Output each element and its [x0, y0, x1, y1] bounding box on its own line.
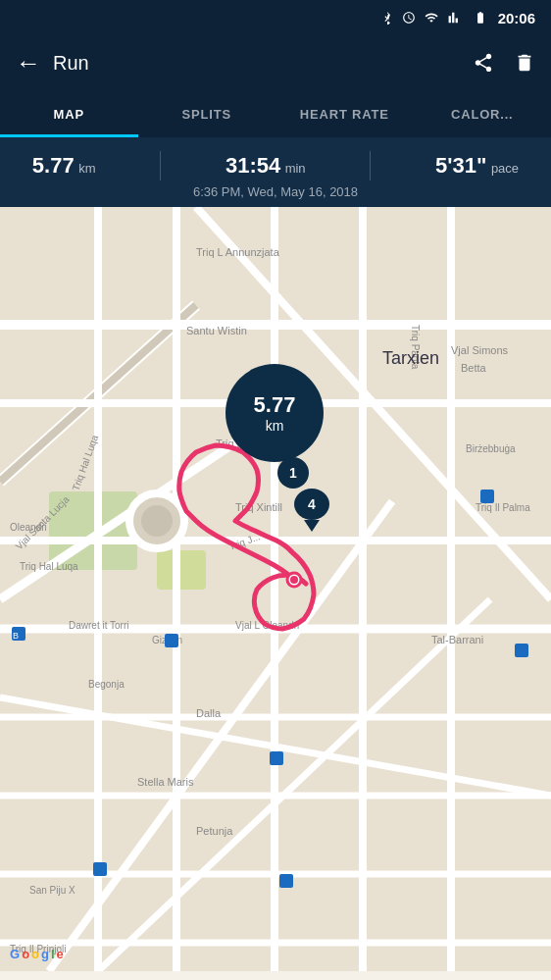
- status-time: 20:06: [498, 10, 535, 26]
- stat-pace: 5'31" pace: [435, 153, 519, 179]
- waypoint-1: 1: [277, 457, 309, 489]
- waypoint-pin-tail-4: [304, 520, 320, 532]
- waypoint-4: 4: [294, 489, 329, 532]
- distance-bubble-value: 5.77: [254, 392, 296, 418]
- waypoint-pin-circle-4: 4: [294, 489, 329, 520]
- page-title: Run: [53, 52, 473, 75]
- distance-bubble-unit: km: [266, 418, 284, 434]
- stat-date: 6:36 PM, Wed, May 16, 2018: [0, 184, 551, 199]
- battery-icon: [471, 11, 490, 25]
- stat-divider-1: [160, 151, 161, 181]
- stats-bar: 5.77 km 31:54 min 5'31" pace 6:36 PM, We…: [0, 137, 551, 207]
- signal-icon: [447, 11, 463, 25]
- tab-splits[interactable]: SPLITS: [138, 90, 276, 137]
- stat-duration: 31:54 min: [225, 153, 306, 179]
- bluetooth-icon: [380, 11, 394, 25]
- tab-map[interactable]: MAP: [0, 90, 138, 137]
- tab-heart-rate[interactable]: HEART RATE: [276, 90, 414, 137]
- wifi-icon: [424, 11, 439, 25]
- delete-icon[interactable]: [514, 52, 535, 74]
- status-icons: 20:06: [380, 10, 535, 26]
- svg-point-60: [290, 576, 298, 584]
- map-container[interactable]: Triq L Annunzjata Santu Wistin Triq It T…: [0, 207, 551, 971]
- tab-calories[interactable]: CALOR...: [414, 90, 552, 137]
- status-bar: 20:06: [0, 0, 551, 35]
- stats-row: 5.77 km 31:54 min 5'31" pace: [0, 151, 551, 181]
- stat-divider-2: [370, 151, 371, 181]
- header: ← Run: [0, 35, 551, 90]
- header-actions: [473, 52, 535, 74]
- distance-bubble: 5.77 km: [225, 364, 324, 462]
- back-button[interactable]: ←: [16, 50, 41, 76]
- share-icon[interactable]: [473, 52, 494, 74]
- route-overlay: [0, 207, 551, 971]
- stat-distance: 5.77 km: [32, 153, 96, 179]
- tab-bar: MAP SPLITS HEART RATE CALOR...: [0, 90, 551, 137]
- alarm-icon: [402, 11, 416, 25]
- google-logo: Google: [10, 947, 64, 961]
